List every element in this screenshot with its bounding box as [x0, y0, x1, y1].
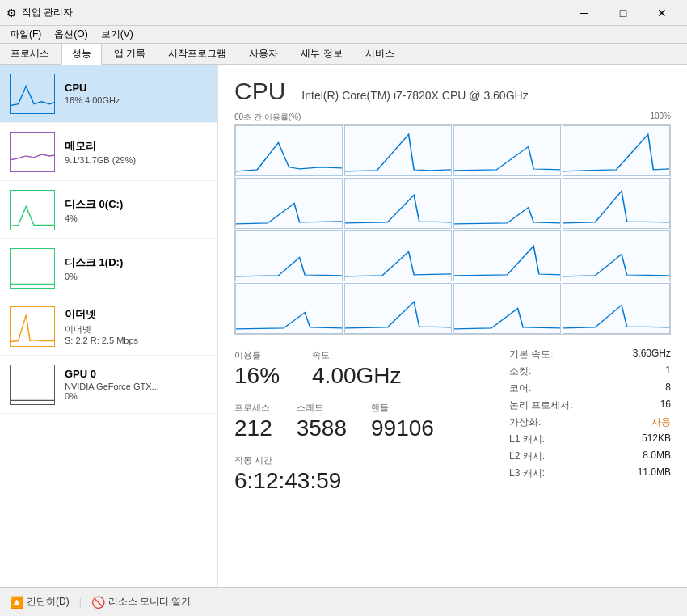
bottom-bar: 🔼 간단히(D) | 🚫 리소스 모니터 열기	[0, 587, 687, 616]
app-icon: ⚙	[6, 6, 17, 19]
gpu-sidebar-subtitle1: NVIDIA GeForce GTX...	[65, 382, 208, 391]
info-l3-val: 11.0MB	[638, 466, 671, 480]
info-socket-val: 1	[665, 365, 671, 378]
monitor-icon: 🚫	[91, 596, 105, 609]
right-inner: CPU Intel(R) Core(TM) i7-7820X CPU @ 3.6…	[234, 78, 671, 504]
monitor-label: 리소스 모니터 열기	[108, 595, 192, 609]
stats-left: 이용률 16% 속도 4.00GHz 프로세스 212	[234, 343, 509, 504]
collapse-button[interactable]: 🔼 간단히(D)	[10, 595, 70, 609]
cpu-header: CPU Intel(R) Core(TM) i7-7820X CPU @ 3.6…	[234, 78, 671, 105]
handle-label: 핸들	[371, 402, 434, 414]
eth-sidebar-subtitle2: S: 2.2 R: 2.5 Mbps	[65, 335, 208, 345]
info-base-speed: 기본 속도: 3.60GHz	[509, 346, 671, 363]
info-logical: 논리 프로세서: 16	[509, 397, 671, 414]
eth-sidebar-subtitle1: 이더넷	[65, 323, 208, 335]
sidebar-item-cpu[interactable]: CPU 16% 4.00GHz	[0, 65, 217, 123]
info-socket: 소켓: 1	[509, 363, 671, 380]
disk1-thumbnail	[10, 248, 55, 289]
info-core: 코어: 8	[509, 380, 671, 397]
disk1-sidebar-subtitle: 0%	[65, 272, 208, 281]
cpu-sidebar-title: CPU	[65, 82, 208, 94]
cpu-graphs-grid	[234, 124, 671, 335]
cpu-graph-2	[453, 125, 561, 176]
sidebar: CPU 16% 4.00GHz 메모리 9.1/31.7GB (29%)	[0, 65, 218, 587]
menu-file[interactable]: 파일(F)	[3, 26, 48, 43]
cpu-graph-9	[344, 230, 452, 281]
mem-thumbnail	[10, 132, 55, 172]
cpu-graph-0	[235, 125, 343, 176]
handle-value: 99106	[371, 416, 434, 441]
sidebar-item-disk0[interactable]: 디스크 0(C:) 4%	[0, 181, 217, 239]
maximize-button[interactable]: □	[605, 2, 642, 24]
graph-axis-labels: 60초 간 이용률(%) 100%	[234, 112, 671, 123]
info-core-val: 8	[665, 382, 671, 395]
usage-value: 16%	[234, 363, 280, 389]
menu-bar: 파일(F) 옵션(O) 보기(V)	[0, 26, 687, 44]
gpu-thumbnail	[10, 365, 55, 405]
graph-label-right: 100%	[650, 112, 671, 123]
tab-app-history[interactable]: 앱 기록	[103, 43, 156, 64]
separator: |	[79, 597, 82, 608]
sidebar-item-disk1[interactable]: 디스크 1(D:) 0%	[0, 239, 217, 297]
menu-view[interactable]: 보기(V)	[95, 26, 140, 43]
handle-stat: 핸들 99106	[371, 402, 434, 441]
info-l1-key: L1 캐시:	[509, 432, 545, 446]
tab-performance[interactable]: 성능	[61, 43, 102, 65]
speed-stat: 속도 4.00GHz	[312, 349, 402, 389]
title-bar-left: ⚙ 작업 관리자	[6, 6, 73, 19]
info-socket-key: 소켓:	[509, 365, 531, 378]
info-logical-val: 16	[660, 399, 671, 412]
disk0-sidebar-subtitle: 4%	[65, 213, 208, 223]
tabs-bar: 프로세스 성능 앱 기록 시작프로그램 사용자 세부 정보 서비스	[0, 44, 687, 65]
info-grid: 기본 속도: 3.60GHz 소켓: 1 코어: 8 논리 프로세서: 16	[509, 343, 671, 504]
uptime-block: 작동 시간 6:12:43:59	[234, 454, 509, 494]
thread-label: 스레드	[297, 402, 347, 414]
cpu-graph-6	[453, 178, 561, 229]
speed-value: 4.00GHz	[312, 363, 402, 389]
disk0-sidebar-info: 디스크 0(C:) 4%	[65, 197, 208, 223]
close-button[interactable]: ✕	[643, 2, 681, 24]
info-virt: 가상화: 사용	[509, 414, 671, 431]
process-stat: 프로세스 212	[234, 402, 272, 441]
uptime-label: 작동 시간	[234, 454, 509, 466]
info-virt-key: 가상화:	[509, 416, 541, 429]
cpu-graph-15	[563, 283, 670, 334]
cpu-sidebar-subtitle: 16% 4.00GHz	[65, 95, 208, 105]
eth-sidebar-title: 이더넷	[65, 307, 208, 322]
eth-thumbnail	[10, 306, 55, 347]
disk0-thumbnail	[10, 190, 55, 230]
info-base-speed-key: 기본 속도:	[509, 348, 554, 361]
tab-details[interactable]: 세부 정보	[290, 43, 352, 64]
tab-processes[interactable]: 프로세스	[0, 43, 60, 64]
tab-startup[interactable]: 시작프로그램	[158, 43, 237, 64]
sidebar-item-memory[interactable]: 메모리 9.1/31.7GB (29%)	[0, 123, 217, 181]
info-l3: L3 캐시: 11.0MB	[509, 465, 671, 482]
app-title: 작업 관리자	[22, 6, 73, 19]
cpu-graph-13	[344, 283, 452, 334]
cpu-sidebar-info: CPU 16% 4.00GHz	[65, 82, 208, 105]
monitor-button[interactable]: 🚫 리소스 모니터 열기	[91, 595, 192, 609]
thread-stat: 스레드 3588	[297, 402, 347, 441]
tab-users[interactable]: 사용자	[238, 43, 289, 64]
main-content: CPU 16% 4.00GHz 메모리 9.1/31.7GB (29%)	[0, 65, 687, 587]
mem-sidebar-title: 메모리	[65, 139, 208, 154]
minimize-button[interactable]: ─	[566, 2, 603, 24]
title-bar: ⚙ 작업 관리자 ─ □ ✕	[0, 0, 687, 26]
menu-options[interactable]: 옵션(O)	[48, 26, 94, 43]
info-base-speed-val: 3.60GHz	[633, 348, 671, 361]
right-panel: CPU Intel(R) Core(TM) i7-7820X CPU @ 3.6…	[218, 65, 687, 587]
gpu-sidebar-title: GPU 0	[65, 368, 208, 380]
usage-speed-row: 이용률 16% 속도 4.00GHz	[234, 349, 509, 389]
thread-value: 3588	[297, 416, 347, 441]
cpu-graph-3	[563, 125, 670, 176]
info-l2: L2 캐시: 8.0MB	[509, 448, 671, 465]
cpu-graph-8	[235, 230, 343, 281]
sidebar-item-gpu[interactable]: GPU 0 NVIDIA GeForce GTX... 0%	[0, 356, 217, 414]
sidebar-item-ethernet[interactable]: 이더넷 이더넷 S: 2.2 R: 2.5 Mbps	[0, 297, 217, 356]
cpu-graph-7	[563, 178, 670, 229]
usage-label: 이용률	[234, 349, 280, 361]
process-thread-row: 프로세스 212 스레드 3588 핸들 99106	[234, 402, 509, 441]
tab-services[interactable]: 서비스	[355, 43, 405, 64]
cpu-model: Intel(R) Core(TM) i7-7820X CPU @ 3.60GHz	[301, 89, 528, 102]
info-logical-key: 논리 프로세서:	[509, 399, 573, 412]
